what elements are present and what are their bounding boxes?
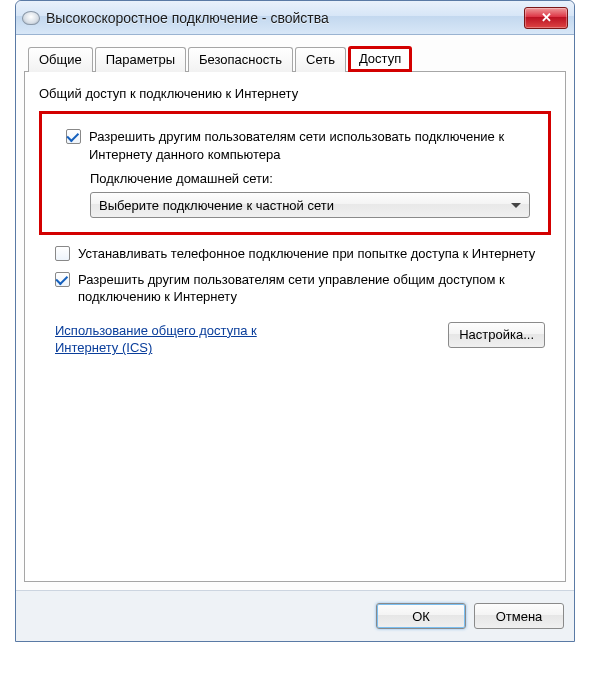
label-dial: Устанавливать телефонное подключение при… xyxy=(78,245,551,263)
option-allow-share: Разрешить другим пользователям сети испо… xyxy=(66,128,540,163)
group-title: Общий доступ к подключению к Интернету xyxy=(39,86,551,101)
ics-link[interactable]: Использование общего доступа к Интернету… xyxy=(55,322,315,357)
ok-button[interactable]: ОК xyxy=(376,603,466,629)
cancel-button[interactable]: Отмена xyxy=(474,603,564,629)
settings-button[interactable]: Настройка... xyxy=(448,322,545,348)
label-allow-share: Разрешить другим пользователям сети испо… xyxy=(89,128,540,163)
dropdown-value: Выберите подключение к частной сети xyxy=(99,198,334,213)
tab-access[interactable]: Доступ xyxy=(348,46,412,72)
titlebar: Высокоскоростное подключение - свойства … xyxy=(16,1,574,35)
connection-icon xyxy=(22,11,40,25)
label-home-network: Подключение домашней сети: xyxy=(90,171,540,186)
checkbox-allow-share[interactable] xyxy=(66,129,81,144)
tab-general[interactable]: Общие xyxy=(28,47,93,72)
dialog-body: Общие Параметры Безопасность Сеть Доступ… xyxy=(16,35,574,590)
option-dial: Устанавливать телефонное подключение при… xyxy=(55,245,551,263)
label-allow-control: Разрешить другим пользователям сети упра… xyxy=(78,271,551,306)
tabs-row: Общие Параметры Безопасность Сеть Доступ xyxy=(24,45,566,72)
properties-window: Высокоскоростное подключение - свойства … xyxy=(15,0,575,642)
dropdown-home-network[interactable]: Выберите подключение к частной сети xyxy=(90,192,530,218)
checkbox-allow-control[interactable] xyxy=(55,272,70,287)
highlight-allow-share: Разрешить другим пользователям сети испо… xyxy=(39,111,551,235)
dialog-footer: ОК Отмена xyxy=(16,590,574,641)
tab-network[interactable]: Сеть xyxy=(295,47,346,72)
close-icon: ✕ xyxy=(541,10,552,25)
checkbox-dial[interactable] xyxy=(55,246,70,261)
tab-panel-access: Общий доступ к подключению к Интернету Р… xyxy=(24,72,566,582)
option-allow-control: Разрешить другим пользователям сети упра… xyxy=(55,271,551,306)
tab-parameters[interactable]: Параметры xyxy=(95,47,186,72)
tab-security[interactable]: Безопасность xyxy=(188,47,293,72)
window-title: Высокоскоростное подключение - свойства xyxy=(46,10,524,26)
close-button[interactable]: ✕ xyxy=(524,7,568,29)
bottom-row: Использование общего доступа к Интернету… xyxy=(55,322,545,357)
